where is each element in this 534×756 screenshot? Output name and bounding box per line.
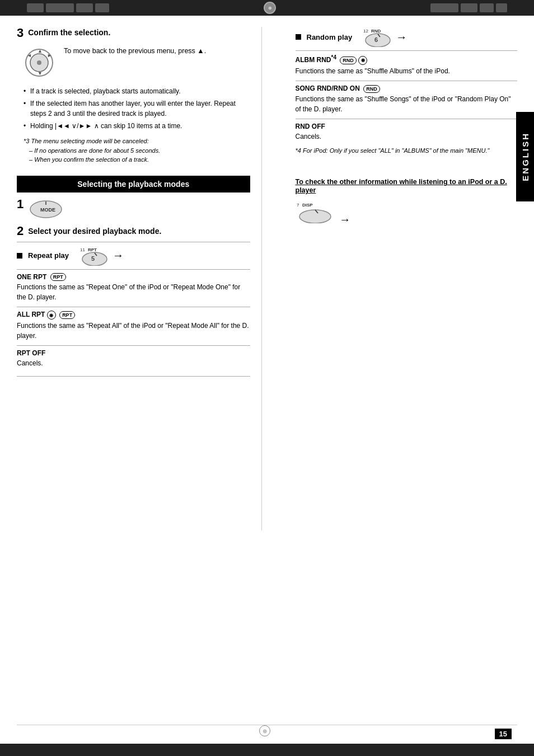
rnd-off-title: RND OFF [296, 123, 518, 130]
bullet-1: If a track is selected, playback starts … [24, 86, 250, 96]
svg-text:DISP: DISP [302, 203, 313, 208]
albm-rnd-badge: RND [340, 57, 357, 64]
step3-title: Confirm the selection. [28, 28, 110, 37]
right-col-inner: Random play 12 RND 6 → [284, 27, 518, 226]
divider-rpt-off [17, 345, 250, 346]
section-box: Selecting the playback modes [17, 176, 250, 192]
footnote3-marker: *3 The menu selecting mode will be cance… [24, 138, 149, 144]
disp-knob-svg: 7 DISP [296, 201, 335, 223]
albm-rnd-disc-icon: ◉ [358, 56, 367, 65]
svg-text:MODE: MODE [40, 207, 55, 213]
main-content: 3 Confirm the selection. ◄ ► ▲ ▼ [0, 16, 534, 542]
page: ⊕ 3 Confirm the selection. [0, 0, 534, 756]
left-column: 3 Confirm the selection. ◄ ► ▲ ▼ [17, 27, 250, 530]
step3-number: 3 [17, 27, 24, 39]
svg-point-22 [299, 210, 331, 223]
footnote3: *3 The menu selecting mode will be cance… [17, 137, 250, 165]
divider-all-rpt [17, 307, 250, 307]
svg-text:6: 6 [374, 36, 378, 43]
svg-text:▲: ▲ [38, 48, 43, 54]
rpt-off-desc: Cancels. [17, 358, 250, 368]
disp-arrow-icon: → [339, 213, 350, 226]
repeat-play-section: Repeat play 11 RPT 5 → [17, 242, 250, 377]
step3-knob: ◄ ► ▲ ▼ [22, 46, 56, 78]
one-rpt-section: ONE RPT RPT Functions the same as "Repea… [17, 273, 250, 303]
albm-rnd-title: ALBM RND*4 RND ◉ [296, 54, 518, 65]
disp-knob-area: 7 DISP → [296, 201, 518, 226]
step2-title: Select your desired playback mode. [28, 227, 161, 236]
svg-text:5: 5 [91, 255, 95, 262]
english-tab: ENGLISH [516, 112, 534, 201]
step3-header: 3 Confirm the selection. [17, 27, 250, 39]
top-bar: ⊕ [0, 0, 534, 16]
right-column: Random play 12 RND 6 → [273, 27, 518, 530]
step2-header: 2 Select your desired playback mode. [17, 225, 250, 237]
one-rpt-desc: Functions the same as "Repeat One" of th… [17, 282, 250, 302]
bottom-bar [0, 744, 534, 756]
random-play-square-icon [296, 34, 301, 40]
star-footnote: *4 For iPod: Only if you select "ALL" in… [296, 146, 518, 156]
divider-song-rnd [296, 81, 518, 81]
repeat-arrow-icon: → [113, 249, 124, 262]
svg-text:RPT: RPT [88, 247, 97, 252]
rpt-off-title: RPT OFF [17, 349, 250, 357]
random-arrow-icon: → [396, 31, 407, 44]
rnd-off-section: RND OFF Cancels. [296, 123, 518, 142]
bottom-crosshair-area: ⊕ [256, 725, 273, 736]
repeat-play-header: Repeat play 11 RPT 5 → [17, 246, 250, 266]
song-rnd-title: SONG RND/RND ON RND [296, 84, 518, 93]
all-rpt-disc-icon: ◉ [47, 311, 56, 320]
bullet-3: Holding |◄◄ ∨/►► ∧ can skip 10 items at … [24, 121, 250, 131]
column-divider [261, 27, 262, 530]
rnd-knob-svg: 12 RND 6 [362, 27, 393, 47]
repeat-knob-area: 11 RPT 5 → [79, 246, 124, 266]
one-rpt-badge: RPT [50, 273, 66, 281]
mode-knob-svg: MODE [28, 198, 64, 219]
step3-bullets: If a track is selected, playback starts … [17, 86, 250, 131]
albm-rnd-desc: Functions the same as "Shuffle Albums" o… [296, 66, 518, 76]
step1-row: 1 MODE [17, 198, 250, 219]
repeat-play-title: Repeat play [28, 251, 69, 260]
repeat-play-square-icon [17, 253, 22, 259]
divider-rnd-off [296, 119, 518, 119]
step3-instruction: To move back to the previous menu, press… [64, 46, 206, 57]
one-rpt-title: ONE RPT RPT [17, 273, 250, 281]
rpt-knob-svg: 11 RPT 5 [79, 246, 110, 266]
svg-text:7: 7 [297, 203, 299, 208]
svg-text:12: 12 [363, 29, 368, 34]
all-rpt-title: ALL RPT ◉ RPT [17, 311, 250, 320]
step2-number: 2 [17, 225, 24, 237]
check-link[interactable]: To check the other information while lis… [296, 178, 507, 194]
bottom-crosshair-icon: ⊕ [259, 725, 270, 736]
bullet-2: If the selected item has another layer, … [24, 98, 250, 119]
rpt-off-section: RPT OFF Cancels. [17, 349, 250, 368]
divider-albm-rnd [296, 50, 518, 51]
step3-body: ◄ ► ▲ ▼ To move back to the previous men… [17, 46, 250, 78]
step1-number: 1 [17, 198, 24, 210]
page-number: 15 [495, 729, 512, 739]
check-link-section: To check the other information while lis… [296, 177, 518, 194]
random-play-title: Random play [307, 33, 353, 41]
random-knob-area: 12 RND 6 → [362, 27, 407, 47]
all-rpt-badge: RPT [59, 311, 75, 319]
song-rnd-badge: RND [363, 85, 380, 93]
svg-text:RND: RND [371, 29, 381, 34]
rnd-off-desc: Cancels. [296, 132, 518, 142]
svg-text:11: 11 [80, 247, 85, 252]
svg-text:◄: ◄ [27, 53, 32, 58]
footnote3-item2: – When you confirm the selection of a tr… [24, 156, 149, 163]
svg-point-6 [37, 60, 41, 65]
svg-text:►: ► [47, 53, 52, 58]
song-rnd-desc: Functions the same as "Shuffle Songs" of… [296, 94, 518, 114]
divider-one-rpt [17, 269, 250, 270]
all-rpt-desc: Functions the same as "Repeat All" of th… [17, 321, 250, 341]
albm-rnd-section: ALBM RND*4 RND ◉ Functions the same as "… [296, 54, 518, 76]
song-rnd-section: SONG RND/RND ON RND Functions the same a… [296, 84, 518, 114]
random-play-header: Random play 12 RND 6 → [296, 27, 518, 47]
svg-text:▼: ▼ [38, 71, 43, 76]
english-label: ENGLISH [521, 132, 530, 181]
footnote3-item1: – If no operations are done for about 5 … [24, 147, 160, 154]
all-rpt-section: ALL RPT ◉ RPT Functions the same as "Rep… [17, 311, 250, 341]
